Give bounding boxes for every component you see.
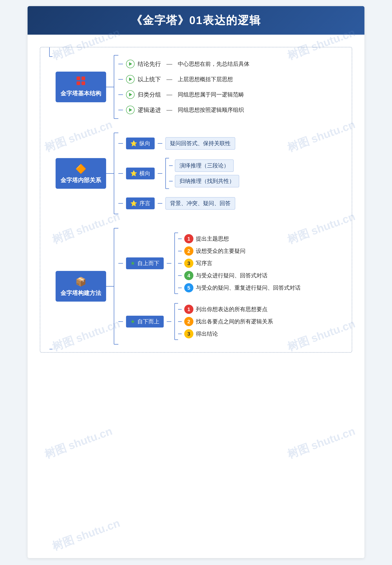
- svg-rect-4: [82, 76, 85, 80]
- play-icon-4: [126, 106, 135, 114]
- h-sl2: [169, 181, 173, 181]
- item-td-5: 5 与受众的疑问、重复进行疑问、回答式对话: [178, 283, 301, 292]
- branch-list-basic: 结论先行 — 中心思想在前，先总结后具体 以上统下 —: [118, 55, 343, 119]
- h-line-td: [118, 263, 123, 264]
- branch-dash-4: —: [167, 107, 172, 113]
- play-icon-2: [126, 75, 135, 84]
- sub-leaves-list-h: 演绎推理（三段论） 归纳推理（找到共性）: [169, 158, 239, 189]
- main-node-method: 📦 金字塔构建方法: [56, 271, 106, 302]
- sub-label-vertical: 纵向: [139, 140, 150, 147]
- h-line-bu: [118, 321, 123, 322]
- h-line-td2: [167, 263, 171, 264]
- play-triangle-2: [129, 77, 132, 81]
- node-icon-inner: 🔶: [75, 163, 86, 175]
- sub-section-bottom-up: ★ 自下而上 1: [118, 303, 343, 340]
- bracket-basic: [114, 55, 118, 119]
- leaf-h2: 归纳推理（找到共性）: [175, 175, 239, 187]
- node-icon-basic: [76, 76, 85, 88]
- main-node-method-label: 金字塔构建方法: [60, 289, 101, 297]
- branch-dash-1: —: [167, 61, 172, 67]
- items-td-list: 1 提出主题思想 2 设想受众的主要疑问: [178, 233, 301, 294]
- play-icon-1: [126, 60, 135, 68]
- connector-h-method: [106, 286, 114, 287]
- branch-basic-2: 以上统下 — 上层思想概括下层思想: [118, 75, 343, 84]
- connector-h-basic: [106, 87, 114, 87]
- branch-label-2: 以上统下: [138, 75, 161, 83]
- sub-label-horizontal: 横向: [139, 170, 150, 177]
- item-td-3: 3 写序言: [178, 259, 301, 268]
- branch-dash-3: —: [167, 91, 172, 98]
- page-title: 《金字塔》01表达的逻辑: [131, 14, 261, 26]
- branch-basic-3: 归类分组 — 同组思想属于同一逻辑范畴: [118, 90, 343, 99]
- star-red-3: ⭐: [130, 200, 137, 207]
- h-line-iv: [118, 143, 123, 144]
- h-line-b4: [118, 110, 123, 110]
- sub-label-preface: 序言: [139, 200, 150, 207]
- bracket-inner: [114, 133, 118, 214]
- watermark-11: 树图 shutu.cn: [50, 516, 122, 554]
- main-node-inner-label: 金字塔内部关系: [60, 176, 101, 184]
- bracket-h-sub: [165, 158, 169, 189]
- branch-detail-1: 中心思想在前，先总结后具体: [178, 60, 250, 68]
- h-bu-3: [178, 334, 182, 334]
- play-icon-3: [126, 90, 135, 99]
- h-td-5: [178, 288, 182, 288]
- item-td-4: 4 与受众进行疑问、回答式对话: [178, 271, 301, 280]
- main-node-inner: 🔶 金字塔内部关系: [56, 158, 106, 189]
- watermark-9: 树图 shutu.cn: [42, 424, 114, 462]
- sub-node-vertical: ⭐ 纵向: [126, 137, 155, 149]
- branch-label-3: 归类分组: [138, 91, 161, 99]
- branch-label-1: 结论先行: [138, 60, 161, 68]
- sub-node-horizontal: ⭐ 横向: [126, 168, 155, 179]
- text-bu-2: 找出各要点之间的所有逻辑关系: [196, 318, 273, 325]
- items-bottomup: 1 列出你想表达的所有思想要点 2 找出各要点之间的所有逻辑关系: [174, 303, 273, 340]
- star-green-1: ★: [130, 260, 135, 267]
- branch-detail-3: 同组思想属于同一逻辑范畴: [178, 91, 244, 98]
- star-green-2: ★: [130, 318, 135, 325]
- badge-td-1: 1: [184, 234, 193, 243]
- bracket-td: [174, 233, 178, 294]
- text-td-1: 提出主题思想: [196, 235, 229, 243]
- svg-rect-6: [82, 81, 85, 85]
- branches-method: ★ 自上而下 1: [114, 228, 343, 344]
- page-header: 《金字塔》01表达的逻辑: [28, 6, 364, 35]
- branch-detail-4: 同组思想按照逻辑顺序组织: [178, 106, 244, 114]
- branch-label-4: 逻辑递进: [138, 106, 161, 114]
- text-td-4: 与受众进行疑问、回答式对话: [196, 272, 267, 279]
- item-bu-3: 3 得出结论: [178, 329, 273, 338]
- text-td-5: 与受众的疑问、重复进行疑问、回答式对话: [196, 284, 301, 292]
- h-td-4: [178, 275, 182, 276]
- section-pyramid-basic: 金字塔基本结构: [56, 55, 343, 119]
- text-bu-1: 列出你想表达的所有思想要点: [196, 306, 267, 313]
- watermark-10: 树图 shutu.cn: [285, 424, 357, 462]
- h-td-1: [178, 238, 182, 239]
- outer-bracket: [40, 47, 54, 352]
- connector-h-inner: [106, 173, 114, 174]
- sub-node-topdown: ★ 自上而下: [126, 257, 164, 269]
- badge-bu-2: 2: [184, 317, 193, 326]
- sub-node-preface: ⭐ 序言: [126, 197, 155, 209]
- h-line-ip2: [158, 203, 162, 204]
- badge-bu-3: 3: [184, 329, 193, 338]
- leaf-preface: 背景、冲突、疑问、回答: [165, 197, 235, 209]
- badge-td-2: 2: [184, 246, 193, 256]
- branch-inner-vertical: ⭐ 纵向 疑问回答式、保持关联性: [118, 137, 343, 150]
- branch-inner-horizontal: ⭐ 横向 演绎推理（三段论）: [118, 158, 343, 189]
- h-line-b3: [118, 94, 123, 95]
- main-node-basic-label: 金字塔基本结构: [60, 89, 101, 98]
- h-td-3: [178, 263, 182, 264]
- branch-list-inner: ⭐ 纵向 疑问回答式、保持关联性 ⭐ 横向: [118, 133, 343, 214]
- branch-detail-2: 上层思想概括下层思想: [178, 75, 233, 83]
- section-pyramid-method: 📦 金字塔构建方法 ★ 自上而下: [56, 228, 343, 344]
- sub-label-topdown: 自上而下: [137, 260, 159, 267]
- sub-label-bottomup: 自下而上: [137, 318, 159, 325]
- play-triangle-4: [129, 108, 132, 112]
- content-area: 金字塔基本结构: [28, 44, 364, 359]
- item-bu-2: 2 找出各要点之间的所有逻辑关系: [178, 317, 273, 326]
- h-line-ih: [118, 173, 123, 174]
- main-node-basic: 金字塔基本结构: [56, 72, 106, 102]
- section-pyramid-inner: 🔶 金字塔内部关系 ⭐ 纵向: [56, 133, 343, 214]
- text-td-2: 设想受众的主要疑问: [196, 247, 245, 255]
- sub-sections-method: ★ 自上而下 1: [118, 228, 343, 344]
- h-line-b1: [118, 64, 123, 64]
